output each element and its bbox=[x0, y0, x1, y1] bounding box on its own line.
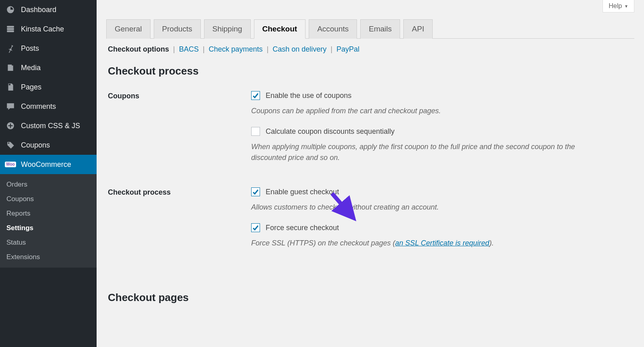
sidebar-item-custom-css-js[interactable]: Custom CSS & JS bbox=[0, 116, 97, 135]
sidebar-item-woocommerce[interactable]: Woo WooCommerce bbox=[0, 155, 97, 174]
subtab-bacs[interactable]: BACS bbox=[179, 45, 199, 54]
enable-coupons-desc: Coupons can be applied from the cart and… bbox=[251, 106, 581, 116]
tab-api[interactable]: API bbox=[403, 19, 433, 39]
section-title-checkout-pages: Checkout pages bbox=[108, 291, 634, 304]
help-tab[interactable]: Help ▼ bbox=[603, 0, 634, 12]
checkout-settings-form: Coupons Enable the use of coupons Coupon… bbox=[106, 89, 634, 271]
sidebar-item-label: Media bbox=[21, 64, 41, 72]
enable-guest-checkout-label: Enable guest checkout bbox=[266, 188, 339, 196]
sidebar-item-kinsta-cache[interactable]: Kinsta Cache bbox=[0, 19, 97, 39]
svg-rect-1 bbox=[7, 28, 14, 30]
row-heading-checkout-process: Checkout process bbox=[106, 186, 251, 199]
tab-general[interactable]: General bbox=[106, 19, 151, 39]
subtab-cash-on-delivery[interactable]: Cash on delivery bbox=[272, 45, 326, 54]
enable-guest-checkout-desc: Allows customers to checkout without cre… bbox=[251, 202, 581, 213]
media-icon bbox=[5, 63, 16, 73]
submenu-settings[interactable]: Settings bbox=[0, 221, 97, 235]
tab-accounts[interactable]: Accounts bbox=[309, 19, 357, 39]
tab-emails[interactable]: Emails bbox=[360, 19, 400, 39]
section-title-checkout-process: Checkout process bbox=[108, 65, 634, 77]
tab-shipping[interactable]: Shipping bbox=[204, 19, 251, 39]
submenu-reports[interactable]: Reports bbox=[0, 206, 97, 221]
sidebar-item-label: WooCommerce bbox=[21, 160, 71, 169]
subtab-checkout-options[interactable]: Checkout options bbox=[108, 45, 169, 54]
sidebar-item-label: Dashboard bbox=[21, 6, 56, 14]
submenu-orders[interactable]: Orders bbox=[0, 177, 97, 192]
sidebar-item-coupons[interactable]: Coupons bbox=[0, 135, 97, 155]
tab-checkout[interactable]: Checkout bbox=[254, 19, 306, 39]
sequential-discounts-desc: When applying multiple coupons, apply th… bbox=[251, 141, 581, 163]
chevron-down-icon: ▼ bbox=[624, 4, 628, 8]
sidebar-item-comments[interactable]: Comments bbox=[0, 97, 97, 116]
sidebar-item-label: Custom CSS & JS bbox=[21, 122, 80, 130]
submenu-extensions[interactable]: Extensions bbox=[0, 250, 97, 264]
plus-circle-icon bbox=[5, 121, 16, 131]
comment-icon bbox=[5, 102, 16, 111]
svg-rect-2 bbox=[7, 30, 14, 32]
sidebar-item-label: Pages bbox=[21, 83, 41, 91]
sequential-discounts-label: Calculate coupon discounts sequentially bbox=[266, 127, 394, 136]
woocommerce-icon: Woo bbox=[5, 160, 16, 169]
sidebar-item-label: Posts bbox=[21, 44, 39, 53]
dashboard-icon bbox=[5, 5, 16, 15]
sidebar-item-posts[interactable]: Posts bbox=[0, 39, 97, 58]
woocommerce-submenu: Orders Coupons Reports Settings Status E… bbox=[0, 174, 97, 268]
database-icon bbox=[5, 24, 16, 34]
help-label: Help bbox=[609, 2, 622, 10]
subtab-paypal[interactable]: PayPal bbox=[336, 45, 359, 54]
force-secure-checkout-label: Force secure checkout bbox=[266, 224, 339, 232]
force-secure-checkout-checkbox[interactable] bbox=[251, 223, 260, 232]
svg-rect-5 bbox=[8, 125, 13, 126]
sidebar-item-label: Coupons bbox=[21, 141, 50, 150]
submenu-status[interactable]: Status bbox=[0, 235, 97, 250]
ssl-certificate-link[interactable]: an SSL Certificate is required bbox=[395, 239, 489, 247]
settings-content: Help ▼ General Products Shipping Checkou… bbox=[97, 0, 644, 347]
sidebar-item-label: Comments bbox=[21, 102, 56, 111]
subtab-check-payments[interactable]: Check payments bbox=[208, 45, 262, 54]
pin-icon bbox=[5, 44, 16, 53]
enable-coupons-label: Enable the use of coupons bbox=[266, 91, 351, 100]
checkout-subtabs: Checkout options | BACS | Check payments… bbox=[106, 39, 634, 58]
force-secure-checkout-desc: Force SSL (HTTPS) on the checkout pages … bbox=[251, 238, 581, 249]
admin-sidebar: Dashboard Kinsta Cache Posts Media Pages bbox=[0, 0, 97, 347]
enable-coupons-checkbox[interactable] bbox=[251, 91, 260, 100]
enable-guest-checkout-checkbox[interactable] bbox=[251, 187, 260, 196]
row-heading-coupons: Coupons bbox=[106, 89, 251, 103]
pages-icon bbox=[5, 82, 16, 92]
sidebar-item-media[interactable]: Media bbox=[0, 58, 97, 77]
sidebar-item-pages[interactable]: Pages bbox=[0, 77, 97, 97]
svg-rect-0 bbox=[7, 26, 14, 27]
tag-icon bbox=[5, 140, 16, 150]
sequential-discounts-checkbox[interactable] bbox=[251, 127, 260, 136]
settings-tabs: General Products Shipping Checkout Accou… bbox=[106, 19, 634, 39]
sidebar-item-dashboard[interactable]: Dashboard bbox=[0, 0, 97, 19]
sidebar-item-label: Kinsta Cache bbox=[21, 25, 64, 33]
submenu-coupons[interactable]: Coupons bbox=[0, 192, 97, 206]
tab-products[interactable]: Products bbox=[154, 19, 201, 39]
